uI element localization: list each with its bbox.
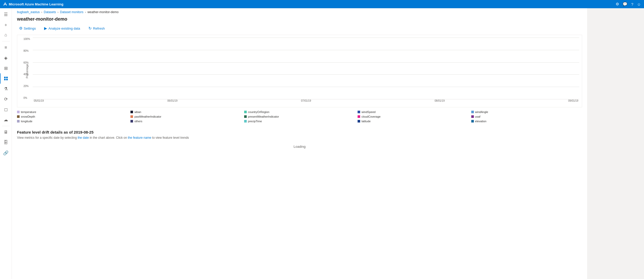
drift-chart: Percentage 100% 80% 60% 40% 20% 0%	[17, 35, 582, 107]
topbar-actions: ⚙ 💬 ? ☺	[616, 2, 641, 6]
sidebar-item-data[interactable]: ⊞	[0, 63, 12, 73]
chart-bars	[33, 38, 579, 99]
legend-color-pastWeatherIndicator	[130, 115, 133, 118]
legend-color-presentWeatherIndicator	[244, 115, 247, 118]
sidebar-item-compute[interactable]: 🖥	[0, 127, 12, 137]
legend-item-snowDepth: snowDepth	[17, 115, 128, 118]
sidebar-divider-2	[2, 126, 10, 126]
feature-name-link[interactable]: the feature name	[128, 136, 151, 140]
x-axis: 05/01/19 06/01/19 07/01/19 08/01/19 09/0…	[33, 99, 579, 104]
breadcrumb-datasets[interactable]: Datasets	[44, 10, 56, 14]
legend-color-windAngle	[471, 111, 474, 113]
legend-item-precipTime: precipTime	[244, 120, 355, 123]
sidebar-item-create[interactable]: ＋	[0, 20, 12, 30]
sidebar-item-datastores[interactable]: 🗄	[0, 137, 12, 148]
legend-color-longitude	[17, 120, 20, 123]
sidebar-item-endpoints[interactable]: ☁	[0, 115, 12, 125]
page-title: weather-monitor-demo	[12, 15, 587, 25]
legend-item-latitude: latitude	[358, 120, 468, 123]
analyze-btn-label: Analyze existing data	[48, 27, 80, 30]
datasets-icon	[4, 76, 8, 81]
feedback-icon[interactable]: 💬	[623, 2, 628, 6]
breadcrumb-sep-1: ›	[41, 11, 42, 14]
legend-item-wban: wban	[130, 110, 241, 114]
legend-color-others	[130, 120, 133, 123]
settings-btn-label: Settings	[24, 27, 36, 30]
app-title: Microsoft Azure Machine Learning	[3, 2, 63, 6]
user-icon[interactable]: ☺	[637, 2, 641, 6]
content-area: bugbash_eastus › Datasets › Dataset moni…	[12, 8, 587, 279]
breadcrumb: bugbash_eastus › Datasets › Dataset moni…	[12, 8, 587, 15]
refresh-button[interactable]: ↻ Refresh	[86, 25, 107, 32]
app-title-text: Microsoft Azure Machine Learning	[9, 2, 63, 6]
svg-rect-3	[6, 79, 8, 80]
sidebar-item-overview[interactable]: ≡	[0, 42, 12, 53]
analyze-btn-icon: ▶	[44, 26, 47, 31]
svg-rect-1	[6, 77, 8, 78]
legend-item-presentWeatherIndicator: presentWeatherIndicator	[244, 115, 355, 118]
legend-color-snowDepth	[17, 115, 20, 118]
legend-color-latitude	[358, 120, 360, 123]
breadcrumb-current: weather-monitor-demo	[87, 10, 119, 14]
feature-title: Feature level drift details as of 2019-0…	[17, 130, 582, 134]
legend-color-windSpeed	[358, 111, 360, 113]
toolbar: ⚙ Settings ▶ Analyze existing data ↻ Ref…	[12, 25, 587, 35]
sidebar-item-models[interactable]: ◈	[0, 53, 12, 63]
legend-color-temperature	[17, 111, 20, 113]
sidebar-item-linked[interactable]: 🔗	[0, 148, 12, 158]
legend-item-windAngle: windAngle	[471, 110, 582, 114]
y-axis-ticks: 100% 80% 60% 40% 20% 0%	[23, 38, 30, 99]
feature-subtitle: View metrics for a specific date by sele…	[17, 136, 582, 140]
feature-section: Feature level drift details as of 2019-0…	[12, 125, 587, 156]
legend-color-cloudCoverage	[358, 115, 360, 118]
legend-item-temperature: temperature	[17, 110, 128, 114]
legend-color-countryOrRegion	[244, 111, 247, 113]
sidebar-divider-1	[2, 41, 10, 41]
breadcrumb-workspace[interactable]: bugbash_eastus	[17, 10, 40, 14]
chart-legend: temperature wban countryOrRegion windSpe…	[12, 107, 587, 125]
svg-rect-2	[4, 79, 6, 80]
refresh-btn-icon: ↻	[88, 26, 92, 31]
right-panel	[587, 8, 644, 279]
legend-item-countryOrRegion: countryOrRegion	[244, 110, 355, 114]
loading-indicator: Loading	[17, 140, 582, 154]
sidebar-item-datasets[interactable]	[0, 73, 12, 84]
main-layout: ☰ ＋ ⌂ ≡ ◈ ⊞ ⚗ ⟳ ◻ ☁ 🖥 🗄 🔗 bugbash_eastus…	[0, 8, 644, 279]
breadcrumb-sep-2: ›	[57, 11, 59, 14]
topbar: Microsoft Azure Machine Learning ⚙ 💬 ? ☺	[0, 0, 644, 8]
analyze-button[interactable]: ▶ Analyze existing data	[42, 25, 82, 32]
sidebar: ☰ ＋ ⌂ ≡ ◈ ⊞ ⚗ ⟳ ◻ ☁ 🖥 🗄 🔗	[0, 8, 12, 279]
refresh-btn-label: Refresh	[93, 27, 105, 30]
help-icon[interactable]: ?	[631, 2, 633, 6]
chart-area[interactable]: Percentage 100% 80% 60% 40% 20% 0%	[33, 38, 579, 104]
legend-item-usaf: usaf	[471, 115, 582, 118]
date-link[interactable]: the date	[78, 136, 89, 140]
breadcrumb-sep-3: ›	[85, 11, 86, 14]
svg-rect-0	[4, 77, 6, 78]
breadcrumb-monitors[interactable]: Dataset monitors	[60, 10, 84, 14]
sidebar-item-experiments[interactable]: ⚗	[0, 84, 12, 94]
legend-color-precipTime	[244, 120, 247, 123]
legend-item-others: others	[130, 120, 241, 123]
legend-item-cloudCoverage: cloudCoverage	[358, 115, 468, 118]
azure-logo-icon	[3, 2, 7, 6]
sidebar-item-pipelines[interactable]: ⟳	[0, 94, 12, 104]
legend-color-wban	[130, 111, 133, 113]
sidebar-item-models2[interactable]: ◻	[0, 104, 12, 115]
settings-btn-icon: ⚙	[19, 26, 22, 31]
legend-item-elevation: elevation	[471, 120, 582, 123]
legend-color-elevation	[471, 120, 474, 123]
legend-item-pastWeatherIndicator: pastWeatherIndicator	[130, 115, 241, 118]
sidebar-item-menu[interactable]: ☰	[0, 9, 12, 20]
settings-button[interactable]: ⚙ Settings	[17, 25, 38, 32]
sidebar-item-home[interactable]: ⌂	[0, 30, 12, 40]
legend-item-windSpeed: windSpeed	[358, 110, 468, 114]
legend-item-longitude: longitude	[17, 120, 128, 123]
settings-icon[interactable]: ⚙	[616, 2, 619, 6]
legend-color-usaf	[471, 115, 474, 118]
